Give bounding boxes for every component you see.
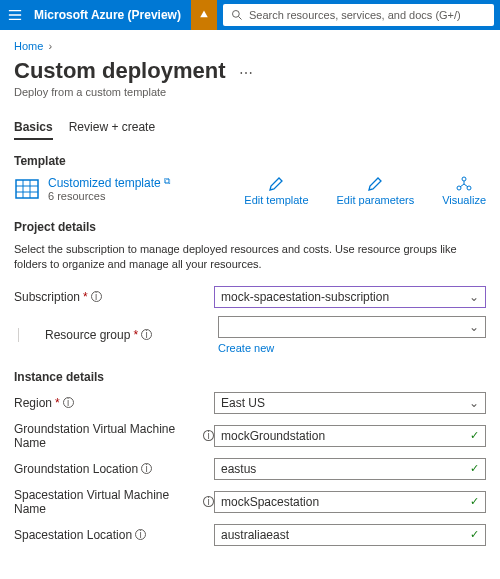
template-icon: [14, 176, 40, 202]
search-placeholder: Search resources, services, and docs (G+…: [249, 9, 461, 21]
groundstation-vm-name-label: Groundstation Virtual Machine Name: [14, 422, 200, 450]
svg-point-0: [232, 11, 239, 18]
info-icon[interactable]: i: [141, 463, 152, 474]
spacestation-location-input[interactable]: australiaeast ✓: [214, 524, 486, 546]
breadcrumb-home[interactable]: Home: [14, 40, 43, 52]
check-icon: ✓: [470, 528, 479, 541]
spacestation-vm-name-input[interactable]: mockSpacestation ✓: [214, 491, 486, 513]
external-link-icon: ⧉: [164, 176, 170, 186]
project-details-heading: Project details: [14, 220, 486, 234]
visualize-button[interactable]: Visualize: [442, 176, 486, 206]
svg-point-2: [462, 177, 466, 181]
svg-rect-1: [16, 180, 38, 198]
edit-template-button[interactable]: Edit template: [244, 176, 308, 206]
instance-details-heading: Instance details: [14, 370, 486, 384]
info-icon[interactable]: i: [91, 291, 102, 302]
subscription-label: Subscription: [14, 290, 80, 304]
chevron-down-icon: ⌄: [469, 320, 479, 334]
resource-group-select[interactable]: ⌄: [218, 316, 486, 338]
spacestation-vm-name-label: Spacestation Virtual Machine Name: [14, 488, 200, 516]
groundstation-location-label: Groundstation Location: [14, 462, 138, 476]
customized-template-link[interactable]: Customized template: [48, 176, 161, 190]
check-icon: ✓: [470, 462, 479, 475]
info-icon[interactable]: i: [63, 397, 74, 408]
search-icon: [231, 9, 243, 21]
region-label: Region: [14, 396, 52, 410]
chevron-down-icon: ⌄: [469, 290, 479, 304]
spacestation-location-label: Spacestation Location: [14, 528, 132, 542]
template-heading: Template: [14, 154, 486, 168]
global-search-input[interactable]: Search resources, services, and docs (G+…: [223, 4, 494, 26]
tab-basics[interactable]: Basics: [14, 116, 53, 140]
brand-label: Microsoft Azure (Preview): [30, 8, 191, 22]
chevron-right-icon: ›: [46, 40, 54, 52]
visualize-icon: [456, 176, 472, 192]
info-icon[interactable]: i: [203, 430, 214, 441]
pencil-icon: [268, 176, 284, 192]
resource-group-label: Resource group: [45, 328, 130, 342]
pencil-icon: [367, 176, 383, 192]
groundstation-vm-name-input[interactable]: mockGroundstation ✓: [214, 425, 486, 447]
template-resources-count: 6 resources: [48, 190, 170, 202]
check-icon: ✓: [470, 495, 479, 508]
more-actions-button[interactable]: ⋯: [229, 65, 253, 81]
breadcrumb: Home ›: [14, 38, 486, 58]
subscription-select[interactable]: mock-spacestation-subscription ⌄: [214, 286, 486, 308]
region-select[interactable]: East US ⌄: [214, 392, 486, 414]
groundstation-location-input[interactable]: eastus ✓: [214, 458, 486, 480]
page-title: Custom deployment: [14, 58, 225, 83]
tab-review-create[interactable]: Review + create: [69, 116, 155, 140]
create-new-link[interactable]: Create new: [218, 342, 486, 354]
hamburger-menu[interactable]: [0, 8, 30, 22]
info-icon[interactable]: i: [141, 329, 152, 340]
chevron-down-icon: ⌄: [469, 396, 479, 410]
page-subtitle: Deploy from a custom template: [14, 86, 486, 98]
project-details-intro: Select the subscription to manage deploy…: [14, 242, 486, 272]
info-icon[interactable]: i: [135, 529, 146, 540]
notifications-button[interactable]: [191, 0, 217, 30]
check-icon: ✓: [470, 429, 479, 442]
info-icon[interactable]: i: [203, 496, 214, 507]
edit-parameters-button[interactable]: Edit parameters: [337, 176, 415, 206]
